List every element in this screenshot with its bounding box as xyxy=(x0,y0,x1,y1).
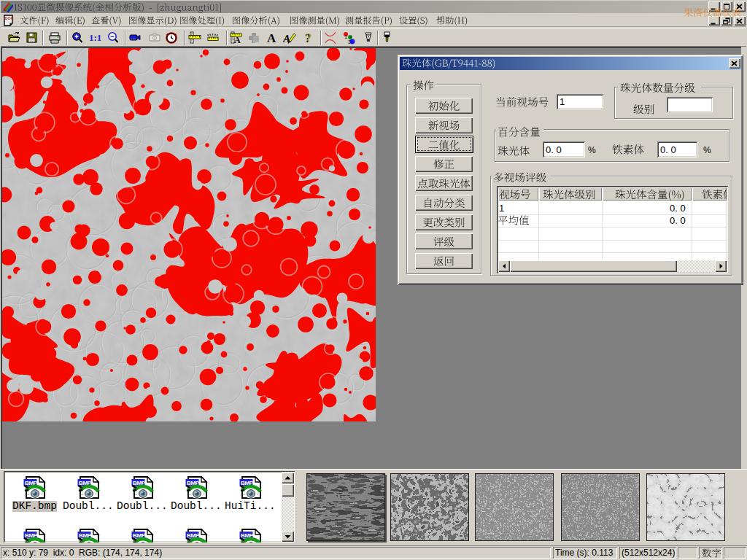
svg-text:A: A xyxy=(234,35,241,44)
svg-text:?: ? xyxy=(306,31,311,44)
svg-text:1: 1 xyxy=(344,34,347,39)
svg-text:A: A xyxy=(267,31,276,44)
svg-text:1:1: 1:1 xyxy=(89,32,101,43)
svg-text:DOC: DOC xyxy=(5,16,14,20)
svg-text:3: 3 xyxy=(348,39,351,44)
